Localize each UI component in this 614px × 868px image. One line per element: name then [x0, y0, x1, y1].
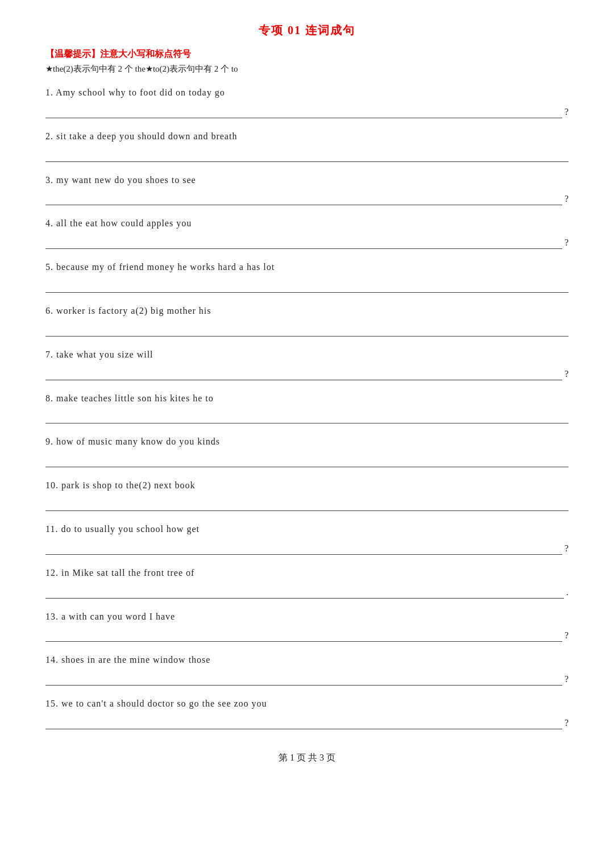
answer-line-row: ? [45, 105, 569, 118]
answer-line [45, 323, 569, 337]
answer-line [45, 454, 569, 467]
question-words: 10. park is shop to the(2) next book [45, 477, 569, 494]
question-words: 4. all the eat how could apples you [45, 215, 569, 232]
question-words: 9. how of music many know do you kinds [45, 434, 569, 450]
question-block: 5. because my of friend money he works h… [45, 259, 569, 293]
answer-line [45, 410, 569, 423]
question-block: 12. in Mike sat tall the front tree of. [45, 565, 569, 599]
answer-line-row: ? [45, 235, 569, 249]
question-block: 11. do to usually you school how get? [45, 521, 569, 555]
answer-line [45, 148, 569, 162]
end-mark: ? [565, 630, 569, 642]
answer-line [45, 628, 562, 642]
answer-line [45, 279, 569, 293]
question-words: 5. because my of friend money he works h… [45, 259, 569, 276]
answer-line-row [45, 148, 569, 162]
question-words: 14. shoes in are the mine window those [45, 652, 569, 668]
answer-line-row: ? [45, 367, 569, 380]
question-block: 6. worker is factory a(2) big mother his [45, 303, 569, 337]
answer-line-row [45, 454, 569, 467]
answer-line-row: ? [45, 716, 569, 729]
question-words: 15. we to can't a should doctor so go th… [45, 696, 569, 712]
end-mark: . [566, 587, 569, 599]
question-block: 10. park is shop to the(2) next book [45, 477, 569, 511]
answer-line-row [45, 323, 569, 337]
question-words: 3. my want new do you shoes to see [45, 172, 569, 189]
answer-line-row: ? [45, 541, 569, 555]
question-block: 1. Amy school why to foot did on today g… [45, 85, 569, 118]
answer-line [45, 716, 562, 729]
answer-line-row: . [45, 585, 569, 599]
answer-line [45, 105, 562, 118]
end-mark: ? [565, 107, 569, 118]
question-words: 12. in Mike sat tall the front tree of [45, 565, 569, 582]
question-block: 3. my want new do you shoes to see? [45, 172, 569, 206]
answer-line [45, 235, 562, 249]
question-words: 6. worker is factory a(2) big mother his [45, 303, 569, 319]
end-mark: ? [565, 369, 569, 380]
question-words: 11. do to usually you school how get [45, 521, 569, 538]
answer-line [45, 585, 564, 599]
footer: 第 1 页 共 3 页 [45, 752, 569, 764]
answer-line [45, 672, 562, 686]
tip-line: 【温馨提示】注意大小写和标点符号 [45, 48, 569, 60]
question-block: 15. we to can't a should doctor so go th… [45, 696, 569, 729]
answer-line [45, 367, 562, 380]
question-words: 2. sit take a deep you should down and b… [45, 128, 569, 145]
star-note: ★the(2)表示句中有 2 个 the★to(2)表示句中有 2 个 to [45, 64, 569, 74]
answer-line-row: ? [45, 672, 569, 686]
question-block: 2. sit take a deep you should down and b… [45, 128, 569, 162]
question-words: 7. take what you size will [45, 347, 569, 363]
question-block: 7. take what you size will? [45, 347, 569, 380]
question-block: 8. make teaches little son his kites he … [45, 391, 569, 424]
end-mark: ? [565, 543, 569, 555]
end-mark: ? [565, 194, 569, 205]
end-mark: ? [565, 674, 569, 686]
question-block: 14. shoes in are the mine window those? [45, 652, 569, 686]
answer-line-row: ? [45, 192, 569, 205]
answer-line [45, 541, 562, 555]
question-block: 9. how of music many know do you kinds [45, 434, 569, 467]
question-words: 1. Amy school why to foot did on today g… [45, 85, 569, 101]
question-block: 4. all the eat how could apples you? [45, 215, 569, 249]
page-title: 专项 01 连词成句 [45, 23, 569, 38]
answer-line-row [45, 279, 569, 293]
questions-container: 1. Amy school why to foot did on today g… [45, 85, 569, 729]
answer-line-row [45, 410, 569, 423]
question-words: 13. a with can you word I have [45, 609, 569, 625]
answer-line-row [45, 497, 569, 511]
end-mark: ? [565, 238, 569, 249]
end-mark: ? [565, 718, 569, 729]
question-block: 13. a with can you word I have? [45, 609, 569, 642]
question-words: 8. make teaches little son his kites he … [45, 391, 569, 407]
answer-line [45, 192, 562, 205]
answer-line-row: ? [45, 628, 569, 642]
answer-line [45, 497, 569, 511]
